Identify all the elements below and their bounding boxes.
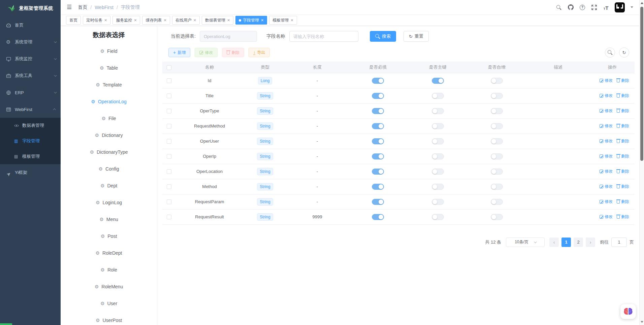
primary-key-toggle[interactable] <box>432 199 444 205</box>
delete-link[interactable]: 删除 <box>617 123 629 129</box>
auto-increment-toggle[interactable] <box>491 123 503 129</box>
close-icon[interactable]: ✕ <box>104 19 107 22</box>
tree-item-file[interactable]: ⚙File <box>61 110 157 127</box>
required-toggle[interactable] <box>372 93 384 99</box>
sidebar-item-template-management[interactable]: ▤ 模板管理 <box>0 149 61 164</box>
tab-table-management[interactable]: 数据表管理✕ <box>202 16 233 25</box>
tree-item-userpost[interactable]: ⚙UserPost <box>61 312 157 325</box>
edit-link[interactable]: 修改 <box>600 199 613 205</box>
sidebar-item-erp[interactable]: ERP <box>0 84 61 101</box>
goto-page-input[interactable] <box>611 238 627 247</box>
row-checkbox[interactable] <box>167 200 171 204</box>
row-checkbox[interactable] <box>167 184 171 189</box>
sidebar-item-field-management[interactable]: ▥ 字段管理 <box>0 133 61 149</box>
tab-field-management[interactable]: 字段管理✕ <box>235 16 267 25</box>
tab-service-monitor[interactable]: 服务监控✕ <box>112 16 140 25</box>
tree-item-dictionarytype[interactable]: ⚙DictionaryType <box>61 144 157 160</box>
row-checkbox[interactable] <box>167 169 171 174</box>
auto-increment-toggle[interactable] <box>491 138 503 144</box>
required-toggle[interactable] <box>372 169 384 175</box>
tree-item-rolemenu[interactable]: ⚙RoleMenu <box>61 278 157 295</box>
auto-increment-toggle[interactable] <box>491 199 503 205</box>
row-checkbox[interactable] <box>167 215 171 219</box>
page-button-2[interactable]: 2 <box>574 238 583 247</box>
tree-item-config[interactable]: ⚙Config <box>61 160 157 177</box>
user-menu-caret-icon[interactable] <box>631 6 633 8</box>
edit-link[interactable]: 修改 <box>600 78 613 83</box>
delete-button[interactable]: 删除 <box>222 48 244 57</box>
primary-key-toggle[interactable] <box>432 169 444 175</box>
delete-link[interactable]: 删除 <box>617 153 629 159</box>
sidebar-collapse-icon[interactable]: ☰ <box>67 4 72 10</box>
sidebar-item-table-management[interactable]: ‹x› 数据表管理 <box>0 118 61 133</box>
help-icon[interactable]: ? <box>579 4 585 10</box>
page-size-select[interactable]: 10条/页 <box>506 238 545 247</box>
sidebar-item-system-management[interactable]: ⚙ 系统管理 <box>0 34 61 50</box>
edit-link[interactable]: 修改 <box>600 214 613 220</box>
tab-template-management[interactable]: 模板管理✕ <box>269 16 297 25</box>
select-all-checkbox[interactable] <box>167 65 171 70</box>
edit-link[interactable]: 修改 <box>600 108 613 114</box>
auto-increment-toggle[interactable] <box>491 93 503 99</box>
auto-increment-toggle[interactable] <box>491 169 503 175</box>
tab-scheduled-tasks[interactable]: 定时任务✕ <box>83 16 110 25</box>
row-checkbox[interactable] <box>167 124 171 129</box>
tree-item-dictionary[interactable]: ⚙Dictionary <box>61 127 157 144</box>
next-page-button[interactable]: › <box>586 238 595 247</box>
edit-button[interactable]: 修改 <box>195 48 218 57</box>
field-name-input[interactable] <box>289 31 358 42</box>
edit-link[interactable]: 修改 <box>600 123 613 129</box>
close-icon[interactable]: ✕ <box>227 19 230 22</box>
required-toggle[interactable] <box>372 123 384 129</box>
required-toggle[interactable] <box>372 184 384 190</box>
delete-link[interactable]: 删除 <box>617 214 629 220</box>
delete-link[interactable]: 删除 <box>617 108 629 114</box>
auto-increment-toggle[interactable] <box>491 78 503 84</box>
search-button[interactable]: 搜索 <box>370 31 396 42</box>
delete-link[interactable]: 删除 <box>617 93 629 99</box>
tree-item-post[interactable]: ⚙Post <box>61 228 157 245</box>
row-checkbox[interactable] <box>167 78 171 83</box>
delete-link[interactable]: 删除 <box>617 169 629 174</box>
sidebar-item-home[interactable]: 首页 <box>0 17 61 34</box>
reset-button[interactable]: ↻重置 <box>404 31 429 42</box>
row-checkbox[interactable] <box>167 154 171 159</box>
edit-link[interactable]: 修改 <box>600 184 613 189</box>
sidebar-item-webfirst[interactable]: WebFirst <box>0 101 61 118</box>
primary-key-toggle[interactable] <box>432 108 444 114</box>
required-toggle[interactable] <box>372 108 384 114</box>
scrollbar-thumb[interactable] <box>640 7 643 161</box>
export-button[interactable]: ↓导出 <box>249 48 270 57</box>
close-icon[interactable]: ✕ <box>163 19 166 22</box>
delete-link[interactable]: 删除 <box>617 138 629 144</box>
add-button[interactable]: +新增 <box>168 48 190 57</box>
row-checkbox[interactable] <box>167 94 171 98</box>
primary-key-toggle[interactable] <box>432 153 444 159</box>
delete-link[interactable]: 删除 <box>617 199 629 205</box>
page-button-1[interactable]: 1 <box>561 238 571 247</box>
extension-button[interactable] <box>620 304 636 319</box>
tree-item-user[interactable]: ⚙User <box>61 295 157 312</box>
auto-increment-toggle[interactable] <box>491 108 503 114</box>
sidebar-item-system-monitor[interactable]: 系统监控 <box>0 50 61 67</box>
breadcrumb-home[interactable]: 首页 <box>78 4 87 10</box>
tree-item-menu[interactable]: ⚙Menu <box>61 211 157 228</box>
tree-item-table[interactable]: ⚙Table <box>61 60 157 76</box>
tree-item-role[interactable]: ⚙Role <box>61 261 157 278</box>
close-icon[interactable]: ✕ <box>261 19 264 22</box>
sidebar-item-system-tools[interactable]: 系统工具 <box>0 67 61 84</box>
edit-link[interactable]: 修改 <box>600 153 613 159</box>
auto-increment-toggle[interactable] <box>491 214 503 220</box>
close-icon[interactable]: ✕ <box>193 19 196 22</box>
tree-item-roledept[interactable]: ⚙RoleDept <box>61 245 157 261</box>
close-icon[interactable]: ✕ <box>290 19 293 22</box>
tab-home[interactable]: 首页 <box>66 16 81 25</box>
tree-item-operationlog[interactable]: ⚙OperationLog <box>61 93 157 110</box>
required-toggle[interactable] <box>372 78 384 84</box>
primary-key-toggle[interactable] <box>432 93 444 99</box>
primary-key-toggle[interactable] <box>432 184 444 190</box>
tab-cache-list[interactable]: 缓存列表✕ <box>142 16 170 25</box>
auto-increment-toggle[interactable] <box>491 153 503 159</box>
prev-page-button[interactable]: ‹ <box>549 238 559 247</box>
scroll-down-arrow-icon[interactable] <box>641 321 643 323</box>
